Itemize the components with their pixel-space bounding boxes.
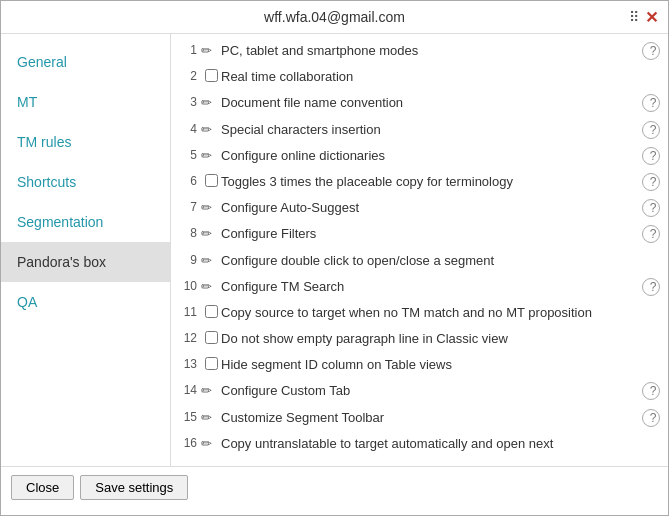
pencil-icon: ✏ xyxy=(201,147,221,163)
setting-label: Configure online dictionaries xyxy=(221,147,642,165)
main-layout: GeneralMTTM rulesShortcutsSegmentationPa… xyxy=(1,34,668,466)
row-number: 13 xyxy=(175,356,201,371)
setting-row-4: 4✏Special characters insertion? xyxy=(171,117,668,143)
setting-row-13: 13Hide segment ID column on Table views xyxy=(171,352,668,378)
window-controls: ⠿ ✕ xyxy=(629,8,658,27)
sidebar-item-shortcuts[interactable]: Shortcuts xyxy=(1,162,170,202)
help-icon[interactable]: ? xyxy=(642,225,660,243)
close-button[interactable]: Close xyxy=(11,475,74,500)
pencil-icon: ✏ xyxy=(201,409,221,425)
window-title: wff.wfa.04@gmail.com xyxy=(264,9,405,25)
setting-label: Configure Filters xyxy=(221,225,642,243)
pencil-icon: ✏ xyxy=(201,252,221,268)
footer: Close Save settings xyxy=(1,466,668,508)
close-window-icon[interactable]: ✕ xyxy=(645,8,658,27)
setting-row-3: 3✏Document file name convention? xyxy=(171,90,668,116)
setting-label: Toggles 3 times the placeable copy for t… xyxy=(221,173,642,191)
setting-label: Configure Custom Tab xyxy=(221,382,642,400)
checkbox-icon[interactable] xyxy=(201,304,221,318)
checkbox-icon[interactable] xyxy=(201,330,221,344)
setting-label: Document file name convention xyxy=(221,94,642,112)
help-icon[interactable]: ? xyxy=(642,42,660,60)
setting-row-14: 14✏Configure Custom Tab? xyxy=(171,378,668,404)
setting-row-10: 10✏Configure TM Search? xyxy=(171,274,668,300)
help-icon[interactable]: ? xyxy=(642,147,660,165)
setting-label: Configure double click to open/close a s… xyxy=(221,252,638,270)
help-icon[interactable]: ? xyxy=(642,278,660,296)
row-number: 5 xyxy=(175,147,201,162)
row-number: 3 xyxy=(175,94,201,109)
sidebar: GeneralMTTM rulesShortcutsSegmentationPa… xyxy=(1,34,171,466)
setting-label: Customize Segment Toolbar xyxy=(221,409,642,427)
pencil-icon: ✏ xyxy=(201,42,221,58)
setting-label: Configure Auto-Suggest xyxy=(221,199,642,217)
help-icon[interactable]: ? xyxy=(642,94,660,112)
pencil-icon: ✏ xyxy=(201,278,221,294)
setting-row-9: 9✏Configure double click to open/close a… xyxy=(171,248,668,274)
row-number: 14 xyxy=(175,382,201,397)
pencil-icon: ✏ xyxy=(201,225,221,241)
pencil-icon: ✏ xyxy=(201,435,221,451)
row-number: 11 xyxy=(175,304,201,319)
save-settings-button[interactable]: Save settings xyxy=(80,475,188,500)
checkbox-icon[interactable] xyxy=(201,173,221,187)
row-number: 9 xyxy=(175,252,201,267)
row-number: 8 xyxy=(175,225,201,240)
help-icon[interactable]: ? xyxy=(642,173,660,191)
sidebar-item-tm-rules[interactable]: TM rules xyxy=(1,122,170,162)
setting-row-16: 16✏Copy untranslatable to target automat… xyxy=(171,431,668,457)
help-icon[interactable]: ? xyxy=(642,382,660,400)
row-number: 16 xyxy=(175,435,201,450)
sidebar-item-pandoras-box[interactable]: Pandora's box xyxy=(1,242,170,282)
settings-list[interactable]: 1✏PC, tablet and smartphone modes?2Real … xyxy=(171,34,668,466)
setting-label: Special characters insertion xyxy=(221,121,642,139)
row-number: 10 xyxy=(175,278,201,293)
setting-label: Do not show empty paragraph line in Clas… xyxy=(221,330,638,348)
setting-row-12: 12Do not show empty paragraph line in Cl… xyxy=(171,326,668,352)
help-icon[interactable]: ? xyxy=(642,409,660,427)
row-number: 7 xyxy=(175,199,201,214)
setting-row-6: 6Toggles 3 times the placeable copy for … xyxy=(171,169,668,195)
setting-label: Configure TM Search xyxy=(221,278,642,296)
sidebar-item-segmentation[interactable]: Segmentation xyxy=(1,202,170,242)
setting-row-11: 11Copy source to target when no TM match… xyxy=(171,300,668,326)
setting-row-8: 8✏Configure Filters? xyxy=(171,221,668,247)
grid-icon[interactable]: ⠿ xyxy=(629,9,639,25)
setting-label: Hide segment ID column on Table views xyxy=(221,356,638,374)
row-number: 15 xyxy=(175,409,201,424)
pencil-icon: ✏ xyxy=(201,382,221,398)
setting-row-2: 2Real time collaboration xyxy=(171,64,668,90)
setting-label: PC, tablet and smartphone modes xyxy=(221,42,642,60)
setting-row-7: 7✏Configure Auto-Suggest? xyxy=(171,195,668,221)
sidebar-item-general[interactable]: General xyxy=(1,42,170,82)
content-area: 1✏PC, tablet and smartphone modes?2Real … xyxy=(171,34,668,466)
setting-label: Real time collaboration xyxy=(221,68,638,86)
row-number: 6 xyxy=(175,173,201,188)
help-icon[interactable]: ? xyxy=(642,199,660,217)
title-bar: wff.wfa.04@gmail.com ⠿ ✕ xyxy=(1,1,668,34)
setting-label: Copy untranslatable to target automatica… xyxy=(221,435,638,453)
checkbox-icon[interactable] xyxy=(201,356,221,370)
sidebar-item-qa[interactable]: QA xyxy=(1,282,170,322)
help-icon[interactable]: ? xyxy=(642,121,660,139)
row-number: 12 xyxy=(175,330,201,345)
setting-row-1: 1✏PC, tablet and smartphone modes? xyxy=(171,38,668,64)
setting-row-15: 15✏Customize Segment Toolbar? xyxy=(171,405,668,431)
pencil-icon: ✏ xyxy=(201,94,221,110)
pencil-icon: ✏ xyxy=(201,199,221,215)
setting-label: Copy source to target when no TM match a… xyxy=(221,304,638,322)
pencil-icon: ✏ xyxy=(201,121,221,137)
row-number: 2 xyxy=(175,68,201,83)
row-number: 1 xyxy=(175,42,201,57)
checkbox-icon[interactable] xyxy=(201,68,221,82)
setting-row-5: 5✏Configure online dictionaries? xyxy=(171,143,668,169)
row-number: 4 xyxy=(175,121,201,136)
sidebar-item-mt[interactable]: MT xyxy=(1,82,170,122)
